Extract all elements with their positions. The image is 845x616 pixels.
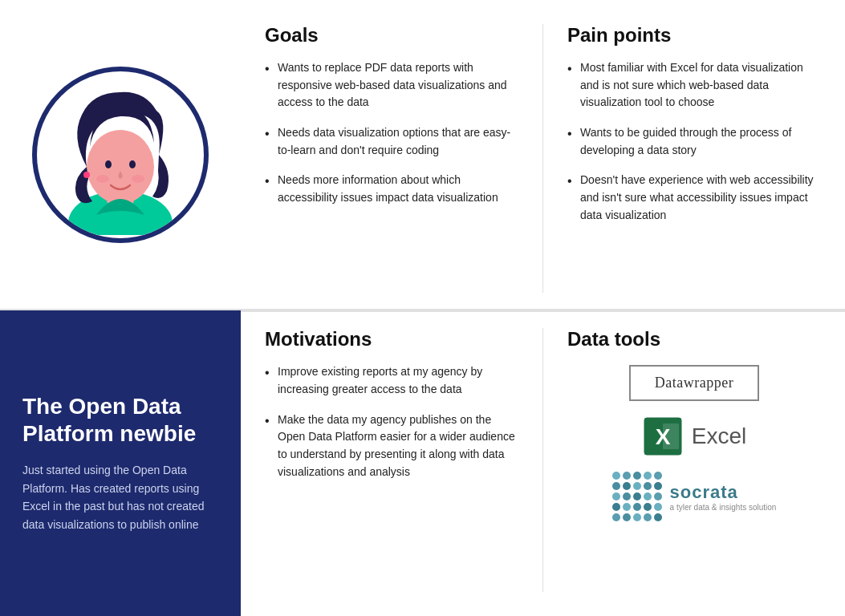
motivation-item-1: Improve existing reports at my agency by…	[265, 363, 518, 398]
persona-info: The Open Data Platform newbie Just start…	[0, 310, 241, 616]
avatar-circle	[32, 67, 209, 243]
avatar	[40, 75, 201, 235]
data-tools-title: Data tools	[567, 328, 821, 351]
goals-item-3: Needs more information about which acces…	[265, 172, 518, 206]
pain-points-list: Most familiar with Excel for data visual…	[567, 59, 821, 225]
persona-description: Just started using the Open Data Platfor…	[22, 461, 218, 533]
motivations-panel: Motivations Improve existing reports at …	[257, 328, 526, 592]
socrata-tagline: a tyler data & insights solution	[670, 503, 777, 512]
motivations-list: Improve existing reports at my agency by…	[265, 363, 518, 480]
svg-rect-11	[663, 424, 679, 449]
content-area: Goals Wants to replace PDF data reports …	[241, 0, 845, 309]
excel-tool: X Excel	[567, 415, 821, 457]
bottom-right-panels: Motivations Improve existing reports at …	[241, 310, 845, 616]
socrata-logo: socrata a tyler data & insights solution	[612, 472, 777, 521]
goals-panel: Goals Wants to replace PDF data reports …	[257, 24, 526, 293]
top-section: Goals Wants to replace PDF data reports …	[0, 0, 845, 310]
socrata-dots-icon	[612, 472, 662, 521]
bottom-section: The Open Data Platform newbie Just start…	[0, 310, 845, 616]
svg-point-6	[132, 175, 144, 183]
motivation-item-2: Make the data my agency publishes on the…	[265, 411, 518, 481]
socrata-text-group: socrata a tyler data & insights solution	[670, 482, 777, 512]
divider-vertical	[542, 24, 543, 293]
motivations-title: Motivations	[265, 328, 518, 351]
datawrapper-logo: Datawrapper	[629, 365, 759, 401]
pain-point-item-2: Wants to be guided through the process o…	[567, 124, 821, 159]
avatar-container	[0, 0, 241, 309]
persona-name: The Open Data Platform newbie	[22, 393, 218, 447]
goals-list: Wants to replace PDF data reports with r…	[265, 59, 518, 207]
socrata-name: socrata	[670, 482, 777, 503]
excel-icon: X	[642, 415, 684, 457]
datawrapper-text: Datawrapper	[655, 375, 733, 391]
svg-point-7	[83, 172, 90, 178]
svg-point-4	[129, 160, 136, 168]
socrata-tool: socrata a tyler data & insights solution	[567, 472, 821, 521]
excel-text: Excel	[692, 424, 746, 449]
datawrapper-tool: Datawrapper	[567, 365, 821, 401]
excel-logo: X Excel	[642, 415, 746, 457]
pain-point-item-1: Most familiar with Excel for data visual…	[567, 59, 821, 111]
data-tools-panel: Data tools Datawrapper X	[559, 328, 829, 592]
pain-point-item-3: Doesn't have experience with web accessi…	[567, 172, 821, 224]
top-right-panels: Goals Wants to replace PDF data reports …	[241, 0, 845, 309]
goals-item-2: Needs data visualization options that ar…	[265, 124, 518, 159]
pain-points-panel: Pain points Most familiar with Excel for…	[559, 24, 829, 293]
pain-points-title: Pain points	[567, 24, 821, 47]
bottom-content-area: Motivations Improve existing reports at …	[241, 310, 845, 616]
divider-vertical-2	[542, 328, 543, 592]
svg-point-2	[87, 130, 154, 204]
svg-point-5	[96, 175, 109, 183]
goals-title: Goals	[265, 24, 518, 47]
svg-point-3	[105, 160, 112, 168]
goals-item-1: Wants to replace PDF data reports with r…	[265, 59, 518, 111]
